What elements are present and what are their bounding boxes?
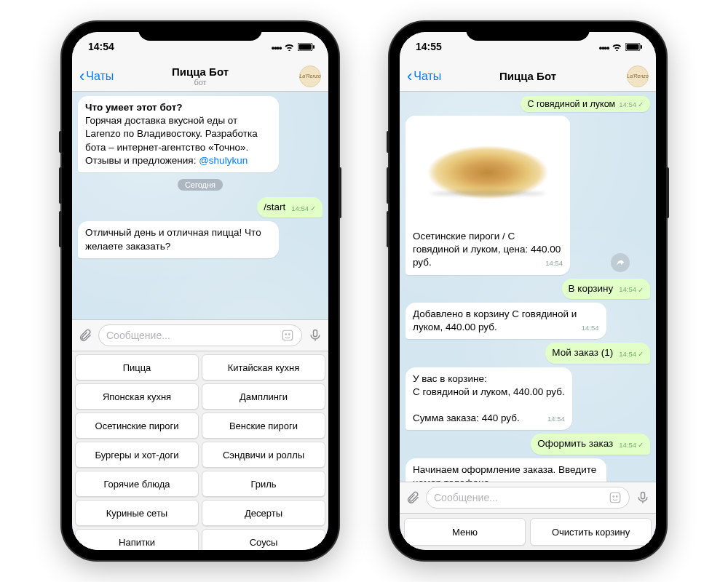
intro-link[interactable]: @shulykun [199,155,248,166]
back-button[interactable]: ‹ Чаты [407,68,441,84]
notch [138,22,262,41]
bot-phone-prompt: Начинаем оформление заказа. Введите номе… [405,458,606,482]
kb-grill[interactable]: Гриль [202,471,325,497]
signal-icon [598,41,609,52]
sticker-icon[interactable] [281,329,294,342]
home-indicator[interactable] [157,553,244,556]
battery-icon [298,43,315,51]
attach-icon[interactable] [78,328,92,343]
chat-area[interactable]: Что умеет этот бот? Горячая доставка вку… [72,92,328,319]
kb-sauces[interactable]: Соусы [202,529,325,550]
input-placeholder: Сообщение... [434,492,498,503]
svg-point-12 [617,496,618,498]
kb-japanese[interactable]: Японская кухня [75,383,199,410]
bot-added-confirm: Добавлено в корзину С говядиной и луком,… [405,303,606,339]
phone-mockup-left: 14:54 ‹ Чаты Пицца Бот бот La'Renzo [62,22,339,560]
svg-rect-2 [313,45,314,49]
svg-point-5 [289,334,290,335]
user-checkout: Оформить заказ 14:54 [531,434,650,454]
svg-rect-3 [282,330,293,340]
date-pill: Сегодня [178,179,223,191]
kb-drinks[interactable]: Напитки [75,529,199,550]
message-input[interactable]: Сообщение... [426,487,630,509]
kb-chinese[interactable]: Китайская кухня [202,354,325,380]
home-indicator[interactable] [484,553,571,556]
check-icon [310,204,316,214]
kb-ossetian[interactable]: Осетинские пироги [75,412,199,439]
bot-greeting-message: Отличный день и отличная пицца! Что жела… [78,221,279,258]
chat-header: ‹ Чаты Пицца Бот La'Renzo [400,61,656,92]
check-icon [638,100,644,108]
message-input[interactable]: Сообщение... [98,324,302,346]
svg-rect-6 [314,330,317,337]
avatar[interactable]: La'Renzo [627,65,649,87]
user-add-cart: В корзину 14:54 [562,279,650,299]
status-time: 14:55 [416,41,442,52]
mic-icon[interactable] [636,490,650,505]
kb-dumplings[interactable]: Дамплинги [202,383,325,410]
sticker-icon[interactable] [609,491,622,504]
kb-vienna[interactable]: Венские пироги [202,412,325,439]
chevron-left-icon: ‹ [79,68,84,84]
product-image [405,116,570,225]
product-card: Осетинские пироги / С говядиной и луком,… [405,116,570,275]
chevron-left-icon: ‹ [407,68,412,84]
kb-sandwiches[interactable]: Сэндвичи и роллы [202,442,325,468]
back-label: Чаты [414,70,441,83]
svg-rect-8 [627,44,639,49]
battery-icon [625,43,643,51]
chat-area[interactable]: С говядиной и луком 14:54 Осетинские пир… [400,92,656,482]
svg-point-11 [613,496,614,498]
start-command-text: /start [264,202,285,212]
product-caption: Осетинские пироги / С говядиной и луком,… [413,231,561,268]
phone-mockup-right: 14:55 ‹ Чаты Пицца Бот La'Renzo [389,22,666,560]
check-icon [638,285,644,295]
back-label: Чаты [86,70,114,83]
svg-rect-9 [641,45,642,49]
kb-hot[interactable]: Горячие блюда [75,471,199,497]
share-button[interactable] [611,253,630,272]
greeting-text: Отличный день и отличная пицца! Что жела… [85,227,261,251]
reply-keyboard: Меню Очистить корзину [400,513,656,550]
bot-cart-summary: У вас в корзине: С говядиной и луком, 44… [405,367,572,431]
back-button[interactable]: ‹ Чаты [79,68,114,84]
wifi-icon [284,43,295,51]
attach-icon[interactable] [405,490,420,505]
chat-header: ‹ Чаты Пицца Бот бот La'Renzo [72,61,328,92]
user-start-message: /start 14:54 [257,197,323,218]
check-icon [638,440,644,450]
svg-rect-1 [299,44,312,49]
message-input-bar: Сообщение... [400,482,656,513]
avatar[interactable]: La'Renzo [299,65,321,87]
status-time: 14:54 [88,41,114,52]
reply-keyboard: Пицца Китайская кухня Японская кухня Дам… [72,351,328,550]
kb-burgers[interactable]: Бургеры и хот-доги [75,442,199,468]
message-input-bar: Сообщение... [72,319,328,351]
notch [466,22,590,41]
intro-title: Что умеет этот бот? [85,102,183,113]
svg-rect-10 [610,493,620,503]
kb-menu[interactable]: Меню [404,518,526,546]
check-icon [638,349,644,359]
signal-icon [271,41,281,52]
kb-clear-cart[interactable]: Очистить корзину [530,518,652,546]
svg-point-4 [285,334,287,335]
kb-pizza[interactable]: Пицца [75,354,199,380]
wifi-icon [612,43,622,51]
kb-desserts[interactable]: Десерты [202,500,325,526]
mic-icon[interactable] [308,328,323,343]
svg-rect-13 [641,493,645,499]
bot-intro-message: Что умеет этот бот? Горячая доставка вку… [78,96,279,172]
user-select-product: С говядиной и луком 14:54 [521,96,650,112]
kb-chicken[interactable]: Куриные сеты [75,500,199,526]
input-placeholder: Сообщение... [106,330,170,341]
user-my-order: Мой заказ (1) 14:54 [545,343,650,363]
